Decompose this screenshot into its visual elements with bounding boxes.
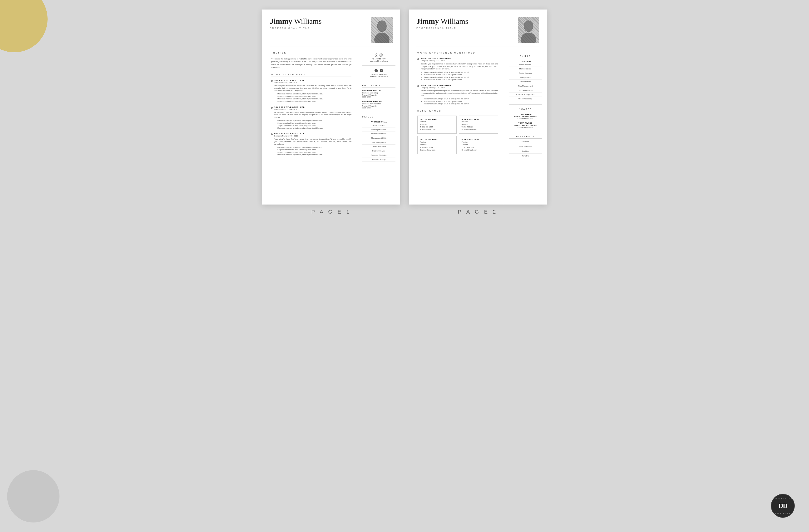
first-name: Jimmy	[270, 17, 292, 25]
bullet: Suspendisse in ultrices arcu. Ut nec dig…	[277, 149, 351, 151]
bullet: Maecenas maximus turpis tellus, sit amet…	[424, 98, 498, 100]
page2-first-name: Jimmy	[416, 17, 439, 25]
phone-number: +1 103 456 7890	[362, 58, 395, 60]
work-desc-2: Be sure to vary your action words. You d…	[274, 111, 351, 119]
ref-box-3: REFERENCE NAME Position Address T: 101 4…	[417, 136, 457, 154]
skills-title-p1: SKILLS	[362, 116, 395, 119]
page-2-column: Jimmy Williams PROFESSIONAL TITLE	[409, 10, 547, 215]
dd-watermark: PREMIUM DESIGNS DD DEMEDESIGN	[771, 494, 795, 518]
ref-addr-3: Address	[420, 143, 454, 146]
full-name-heading: Jimmy Williams	[270, 17, 322, 25]
p2-work-bullets-1: Maecenas maximus turpis tellus, sit amet…	[424, 71, 498, 81]
bullet: Suspendisse in ultrices arcu. Ut nec dig…	[277, 100, 351, 103]
ref-addr-4: Address	[462, 143, 496, 146]
work-desc-1: Describe your responsibilities in concis…	[274, 85, 351, 92]
award-subtitle-2: NAME / ACHIEVEMENT	[509, 124, 542, 126]
resume-page-1: Jimmy Williams PROFESSIONAL TITLE	[262, 10, 400, 205]
work-bullets-1: Maecenas maximus turpis tellus, sit amet…	[277, 93, 351, 103]
award-1: YOUR AWARD NAME / ACHIEVEMENT Organizati…	[509, 113, 542, 120]
page2-body: WORK EXPERIENCE CONTINUED YOUR JOB TITLE…	[409, 47, 547, 205]
skills-list-p1: Active Listening Meeting Deadlines Inter…	[362, 124, 395, 162]
technical-label: TECHNICAL	[509, 60, 542, 62]
p2-work-desc-2: Avoid summarizing or describing what a c…	[421, 90, 498, 97]
p2-work-title-2: YOUR JOB TITLE GOES HERE	[421, 85, 498, 87]
references-grid: REFERENCE NAME Position Address T: 101 4…	[417, 116, 498, 154]
skill-9: Business Writing	[362, 158, 395, 162]
photo-placeholder	[371, 17, 393, 43]
ref-box-4: REFERENCE NAME Position Address T: 101 4…	[459, 136, 498, 154]
tech-skill-3: Adobe Illustrator	[509, 72, 542, 75]
ref-name-2: REFERENCE NAME	[462, 118, 496, 120]
ref-box-1: REFERENCE NAME Position Address T: 101 4…	[417, 116, 457, 134]
page2-full-name-heading: Jimmy Williams	[416, 17, 468, 25]
ref-email-3: E: email@mail.com	[420, 149, 454, 151]
ref-name-1: REFERENCE NAME	[420, 118, 454, 120]
dd-premium-text: PREMIUM DESIGNS	[772, 498, 794, 499]
edu-degree-2: ENTER YOUR MAJOR	[362, 101, 395, 103]
page1-main: PROFILE Profiles are the first opportuni…	[262, 47, 357, 205]
page-1-column: Jimmy Williams PROFESSIONAL TITLE	[262, 10, 400, 215]
bullet: Suspendisse in ultrices arcu. Ut nec dig…	[277, 151, 351, 154]
ref-pos-2: Position	[462, 120, 496, 123]
page2-last-name: Williams	[441, 17, 468, 25]
interest-3: Cooking	[509, 150, 542, 154]
profile-section-title: PROFILE	[271, 52, 351, 55]
p2-skills-title: SKILLS	[509, 55, 542, 58]
page2-header-name-block: Jimmy Williams PROFESSIONAL TITLE	[416, 17, 468, 29]
page-1-label: P A G E 1	[311, 209, 351, 215]
ref-email-1: E: email@mail.com	[420, 128, 454, 131]
linkedin-icon: in	[380, 69, 383, 72]
awards-title: AWARDS	[509, 108, 542, 111]
street-address: 01 Street, New York	[362, 73, 395, 75]
page2-main: WORK EXPERIENCE CONTINUED YOUR JOB TITLE…	[409, 47, 504, 205]
header-name-block: Jimmy Williams PROFESSIONAL TITLE	[270, 17, 322, 29]
work-experience-title: WORK EXPERIENCE	[271, 73, 351, 77]
facebook-icon: f	[375, 69, 378, 72]
work-bullets-3: Maecenas maximus turpis tellus, sit amet…	[277, 146, 351, 156]
edu-degree-1: ENTER YOUR DEGREE	[362, 90, 395, 92]
award-org-2: Organization / 2017	[509, 126, 542, 128]
bullet: Maecenas maximus turpis tellus, sit amet…	[424, 103, 498, 105]
bullet: Maecenas maximus turpis tellus, sit amet…	[277, 98, 351, 100]
education-title: EDUCATION	[362, 85, 395, 88]
bullet: Suspendisse in ultrices arcu. Ut nec dig…	[424, 73, 498, 76]
last-name: Williams	[294, 17, 322, 25]
bullet: Maecenas maximus turpis tellus, sit amet…	[277, 93, 351, 95]
ref-phone-3: T: 101 433 1234	[420, 146, 454, 149]
bullet: Maecenas maximus turpis tellus, sit amet…	[277, 127, 351, 130]
award-2: YOUR AWARD NAME / ACHIEVEMENT Organizati…	[509, 122, 542, 128]
dd-letters: DD	[778, 502, 787, 510]
p2-work-item-1: YOUR JOB TITLE GOES HERE Company Name | …	[417, 57, 498, 81]
interest-4: Traveling	[509, 155, 542, 158]
resume-page-2: Jimmy Williams PROFESSIONAL TITLE	[409, 10, 547, 205]
bullet: Suspendisse in ultrices arcu. Ut nec dig…	[424, 78, 498, 81]
ref-pos-1: Position	[420, 120, 454, 123]
bullet: Suspendisse in ultrices arcu. Ut nec dig…	[277, 124, 351, 127]
edu-years-2: 2005 - 2007	[362, 107, 395, 109]
social-icons: f in	[362, 69, 395, 72]
work-continued-title: WORK EXPERIENCE CONTINUED	[417, 52, 498, 55]
page2-professional-title: PROFESSIONAL TITLE	[416, 27, 468, 29]
page2-profile-photo	[518, 17, 539, 43]
interest-2: Health & Fitness	[509, 145, 542, 149]
bullet: Maecenas maximus turpis tellus, sit amet…	[424, 76, 498, 79]
dd-logo-circle: PREMIUM DESIGNS DD DEMEDESIGN	[771, 494, 795, 518]
profile-text: Profiles are the first opportunity to hi…	[271, 57, 351, 69]
skill-5: Time Management	[362, 141, 395, 145]
bullet: Maecenas maximus turpis tellus, sit amet…	[277, 154, 351, 156]
ref-pos-4: Position	[462, 141, 496, 143]
p2-work-item-2: YOUR JOB TITLE GOES HERE Company Name | …	[417, 85, 498, 105]
phone-icon: 📞	[375, 54, 378, 57]
email-icon: ✉	[379, 54, 383, 57]
skill-3: Interpersonal Skills	[362, 133, 395, 136]
page1-sidebar: 📞 ✉ +1 103 456 7890 youremail@email.com …	[357, 47, 400, 205]
email-address: youremail@email.com	[362, 60, 395, 62]
skill-2: Meeting Deadlines	[362, 128, 395, 132]
work-item-1: YOUR JOB TITLE GOES HERE Company Name | …	[271, 79, 351, 103]
interests-title: INTERESTS	[509, 135, 542, 139]
p2-work-desc-1: Describe your responsibilities in concis…	[421, 63, 498, 70]
svg-point-4	[378, 21, 386, 31]
edu-item-1: ENTER YOUR DEGREE Business Marketing Nam…	[362, 90, 395, 98]
phone-email-icons: 📞 ✉	[362, 54, 395, 57]
work-company-2: Company Name | 2008 - 2010	[274, 108, 351, 110]
